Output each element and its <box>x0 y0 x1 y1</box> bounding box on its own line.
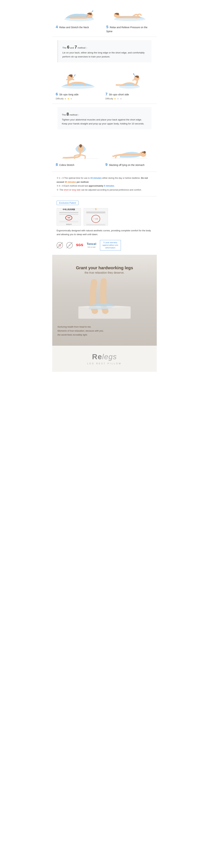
note-line-2: ※4～9 Each method should last approximate… <box>57 184 152 188</box>
brand-logo-section: Relegs Leg Rest Pillow <box>52 346 157 372</box>
method-6-difficulty: Difficulty ★ ★ ★ <box>56 97 72 100</box>
method-7-illustration <box>106 67 153 90</box>
section-4-5: 4 Relax and Stretch the Neck <box>52 0 157 37</box>
svg-marker-3 <box>92 10 93 12</box>
legs-section: Grant your hardworking legs the true rel… <box>52 255 157 346</box>
legs-tagline-2: Moments of true relaxation, because with… <box>58 329 152 333</box>
method-6-illustration <box>56 67 103 90</box>
section-6-7: 6 Sit–ups–long side Difficulty ★ ★ ★ <box>52 66 157 104</box>
method-8-text: The 8 method： Tighten your abdominal mus… <box>58 107 152 129</box>
warranty-badge: 5–year warranty against pillow core defo… <box>100 240 121 250</box>
legs-subtitle: the true relaxation they deserve. <box>76 271 133 274</box>
method-4-label: 4 Relax and Stretch the Neck <box>56 24 89 30</box>
method-7-label: 7 Sit–ups–short side <box>106 92 129 97</box>
method-8: 8 Cobra Stretch <box>56 134 103 167</box>
legs-illustration <box>58 278 152 321</box>
method-7: 7 Sit–ups–short side Difficulty ★ ★ ★ <box>106 67 153 100</box>
method-8-illustration <box>56 134 103 161</box>
method-9-illustration <box>106 134 153 161</box>
method-6-label: 6 Sit–ups–long side <box>56 92 79 97</box>
method-8-label: 8 Cobra Stretch <box>56 162 74 167</box>
no-chemical-icon: 🚫 <box>57 242 63 248</box>
method-9-label: 9 Slacking off lying on the stomach <box>106 162 145 167</box>
method-7-difficulty: Difficulty ★ ★ ★ <box>106 97 122 100</box>
cert-stamp-1: 专利 <box>65 215 72 220</box>
svg-point-16 <box>80 146 82 148</box>
patent-section: Exclusive Patent 中华人民共和国 专利 专利证书 📜 ✓ 认证 <box>52 196 157 255</box>
method-6: 6 Sit–ups–long side Difficulty ★ ★ ★ <box>56 67 103 100</box>
method-5: 5 Relax and Relieve Pressure on the Spin… <box>106 5 153 33</box>
method-5-illustration <box>106 5 153 23</box>
legs-tagline-1: Nurturing health from head to toe, <box>58 325 152 329</box>
relegs-tagline: Leg Rest Pillow <box>56 362 153 365</box>
no-allergy-icon: ⊘ <box>66 242 72 248</box>
legs-tagline-3: the world feels incredibly light. <box>58 333 152 337</box>
patent-certificates: 中华人民共和国 专利 专利证书 📜 ✓ 认证 <box>57 208 152 225</box>
tencel-logo: Tencel feels as right <box>87 243 96 248</box>
patent-cert-1: 中华人民共和国 专利 专利证书 <box>57 208 81 225</box>
section-8-9: 8 Cobra Stretch <box>52 133 157 172</box>
method-67-text: The 6 and 7 method： Lie on your back, ei… <box>58 40 152 62</box>
method-5-label: 5 Relax and Relieve Pressure on the Spin… <box>106 24 153 33</box>
method-4-illustration <box>56 5 103 23</box>
exclusive-patent-badge: Exclusive Patent <box>57 201 79 205</box>
method-9: 9 Slacking off lying on the stomach <box>106 134 153 167</box>
note-line-1: ※1～3 The optimal time for use is 15 minu… <box>57 176 152 184</box>
patent-cert-2: 📜 ✓ 认证 <box>84 208 108 225</box>
note-line-3: ※ The short or long side can be adjusted… <box>57 188 152 192</box>
svg-point-19 <box>143 151 146 154</box>
legs-title: Grant your hardworking legs <box>76 266 133 270</box>
relegs-logo: Relegs <box>56 353 153 361</box>
certification-logos: 🚫 ⊘ SGS Tencel feels as right 5–year war… <box>57 240 152 250</box>
usage-notes: ※1～3 The optimal time for use is 15 minu… <box>52 172 157 196</box>
method-4: 4 Relax and Stretch the Neck <box>56 5 103 33</box>
patent-description: Ergonomically designed with natural aest… <box>57 229 152 236</box>
sgs-logo: SGS <box>76 243 83 247</box>
